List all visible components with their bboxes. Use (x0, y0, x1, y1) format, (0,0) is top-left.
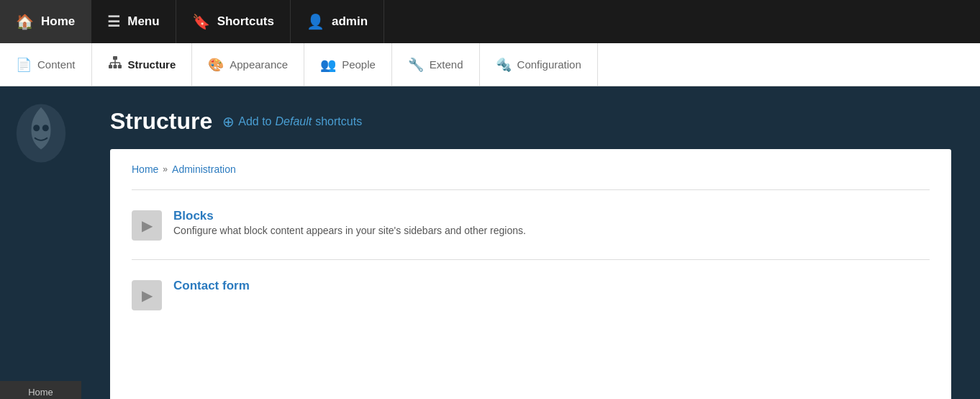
add-shortcut-text-italic: Default (276, 115, 312, 128)
breadcrumb-home[interactable]: Home (132, 163, 158, 175)
breadcrumb-separator: » (163, 164, 168, 174)
nav-people[interactable]: 👥 People (304, 43, 392, 86)
admin-icon: 👤 (307, 13, 325, 30)
add-shortcut-link[interactable]: ⊕ Add to Default shortcuts (222, 113, 362, 130)
nav-content-label: Content (37, 58, 76, 71)
main-area: Home Structure ⊕ Add to Default shortcut… (0, 86, 980, 399)
content-area: Structure ⊕ Add to Default shortcuts Hom… (81, 86, 980, 399)
page-title: Structure (110, 108, 212, 135)
list-item: ▶ Blocks Configure what block content ap… (132, 197, 930, 252)
nav-appearance-label: Appearance (230, 58, 288, 71)
top-nav-menu[interactable]: ☰ Menu (91, 0, 176, 43)
blocks-icon-box: ▶ (132, 210, 162, 241)
menu-icon: ☰ (107, 13, 120, 30)
page-header: Structure ⊕ Add to Default shortcuts (110, 108, 951, 135)
extend-icon: 🔧 (408, 57, 424, 73)
sidebar-home-button[interactable]: Home (0, 381, 81, 399)
appearance-icon: 🎨 (208, 57, 224, 73)
nav-configuration[interactable]: 🔩 Configuration (480, 43, 598, 86)
nav-people-label: People (342, 58, 376, 71)
nav-content[interactable]: 📄 Content (0, 43, 92, 86)
top-nav-home[interactable]: 🏠 Home (0, 0, 91, 43)
nav-extend-label: Extend (430, 58, 463, 71)
nav-structure-label: Structure (128, 58, 176, 71)
nav-extend[interactable]: 🔧 Extend (392, 43, 480, 86)
add-shortcut-text-pre: Add to (238, 115, 271, 128)
shortcuts-icon: 🔖 (192, 13, 210, 30)
chevron-right-icon-2: ▶ (142, 287, 153, 304)
top-nav-home-label: Home (41, 14, 75, 29)
home-icon: 🏠 (16, 13, 34, 30)
top-nav-menu-label: Menu (127, 14, 159, 29)
plus-circle-icon: ⊕ (222, 113, 235, 130)
svg-point-11 (42, 125, 48, 131)
breadcrumb: Home » Administration (132, 163, 930, 175)
configuration-icon: 🔩 (496, 57, 512, 73)
sidebar-home-label: Home (28, 387, 53, 398)
chevron-right-icon: ▶ (142, 217, 153, 234)
contact-form-title[interactable]: Contact form (173, 279, 250, 292)
nav-configuration-label: Configuration (517, 58, 581, 71)
list-item: ▶ Contact form (132, 267, 930, 310)
top-navigation: 🏠 Home ☰ Menu 🔖 Shortcuts 👤 admin (0, 0, 980, 43)
svg-point-10 (33, 125, 40, 131)
add-shortcut-text-post: shortcuts (315, 115, 362, 128)
contact-form-content: Contact form (173, 279, 250, 293)
svg-rect-0 (113, 56, 117, 60)
top-nav-shortcuts[interactable]: 🔖 Shortcuts (176, 0, 291, 43)
nav-structure[interactable]: Structure (92, 43, 193, 86)
people-icon: 👥 (320, 57, 336, 73)
content-card: Home » Administration ▶ Blocks Configure… (110, 149, 951, 399)
breadcrumb-admin[interactable]: Administration (172, 163, 236, 175)
blocks-description: Configure what block content appears in … (173, 223, 526, 238)
divider-2 (132, 259, 930, 260)
blocks-title[interactable]: Blocks (173, 209, 214, 223)
content-icon: 📄 (16, 57, 32, 73)
nav-appearance[interactable]: 🎨 Appearance (192, 43, 304, 86)
top-nav-admin[interactable]: 👤 admin (291, 0, 384, 43)
sidebar: Home (0, 86, 81, 399)
second-navigation: 📄 Content Structure 🎨 Appearance 👥 Peopl… (0, 43, 980, 86)
top-nav-admin-label: admin (332, 14, 368, 29)
contact-form-icon-box: ▶ (132, 280, 162, 310)
blocks-content: Blocks Configure what block content appe… (173, 209, 526, 238)
svg-rect-2 (113, 65, 117, 68)
svg-rect-1 (109, 65, 112, 68)
divider (132, 189, 930, 190)
structure-icon (108, 55, 122, 73)
top-nav-shortcuts-label: Shortcuts (217, 14, 274, 29)
svg-rect-3 (118, 65, 122, 68)
